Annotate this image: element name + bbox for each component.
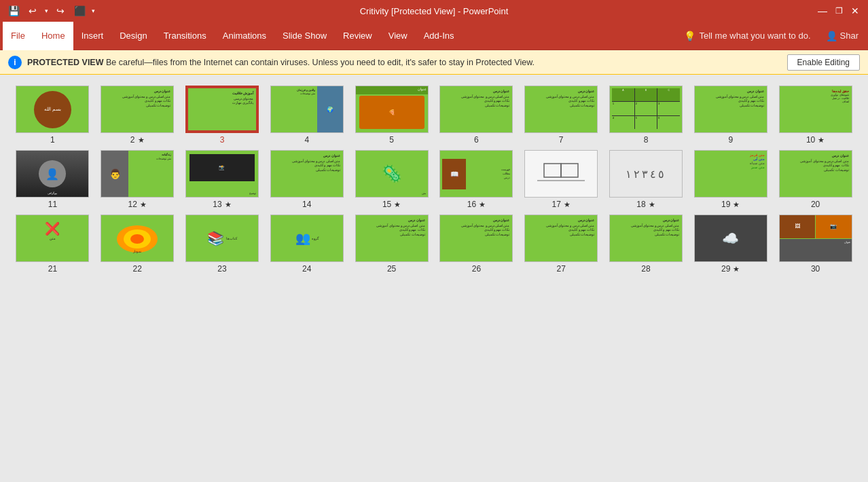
slide-label-29: 29★ xyxy=(721,264,740,274)
redo-button[interactable]: ↪ xyxy=(54,4,67,18)
slide-item-28[interactable]: عنوان درس متن اصلی درس و محتوای آموزشی ن… xyxy=(607,215,685,274)
save-button[interactable]: 💾 xyxy=(7,4,20,18)
slide-number-20: 20 xyxy=(811,200,820,209)
slide-number-11: 11 xyxy=(48,200,57,209)
tell-me-input[interactable]: 💡 Tell me what you want to do. xyxy=(676,31,819,41)
present-button[interactable]: ⬛ xyxy=(73,4,86,18)
slide-item-2[interactable]: عنوان درس متن اصلی درس و محتوای آموزشی ن… xyxy=(98,86,177,145)
slide-item-5[interactable]: عنوان 🍕 5 xyxy=(352,86,431,145)
tab-design[interactable]: Design xyxy=(111,22,155,50)
slide-item-4[interactable]: والدین و فرزندان متن توضیحات 🌍 4 xyxy=(268,86,346,145)
slide-thumbnail-14: عنوان درس متن اصلی درس و محتوای آموزشی ن… xyxy=(270,150,344,198)
slide-label-20: 20 xyxy=(811,200,820,209)
slide-item-8[interactable]: A B C 123 456 8 xyxy=(607,86,685,145)
slide-star-18: ★ xyxy=(649,200,655,209)
slide-thumbnail-4: والدین و فرزندان متن توضیحات 🌍 xyxy=(270,86,344,133)
minimize-button[interactable]: — xyxy=(816,5,829,17)
slide-number-19: 19 xyxy=(721,200,730,209)
slide-item-1[interactable]: بسم الله 1 xyxy=(14,86,92,145)
share-button[interactable]: 👤 Shar xyxy=(819,31,865,41)
slide-item-6[interactable]: عنوان درس متن اصلی درس و محتوای آموزشی ن… xyxy=(437,86,516,145)
slide-star-13: ★ xyxy=(225,200,232,209)
tab-transitions[interactable]: Transitions xyxy=(156,22,215,50)
slide-item-18[interactable]: ١٢٣٤٥ 18★ xyxy=(607,150,685,209)
slide-item-21[interactable]: ❌ متن 21 xyxy=(14,215,92,274)
slide-star-15: ★ xyxy=(394,200,401,209)
tab-file[interactable]: File xyxy=(3,22,33,50)
slide-thumbnail-11: 👤 بیوگرافی xyxy=(16,150,89,198)
tab-review[interactable]: Review xyxy=(335,22,380,50)
slide-number-29: 29 xyxy=(721,264,730,274)
slide-number-28: 28 xyxy=(641,264,650,274)
slide-item-26[interactable]: عنوان درس متن اصلی درس و محتوای آموزشی ن… xyxy=(437,215,516,274)
slide-item-15[interactable]: 🦠 متن 15★ xyxy=(352,150,431,209)
restore-button[interactable]: ❐ xyxy=(833,5,845,17)
slide-item-13[interactable]: 📸 توضیح 13★ xyxy=(183,150,261,209)
slide-label-24: 24 xyxy=(302,264,311,274)
slide-label-17: 17★ xyxy=(552,200,571,209)
close-button[interactable]: ✕ xyxy=(849,5,861,17)
slide-item-14[interactable]: عنوان درس متن اصلی درس و محتوای آموزشی ن… xyxy=(268,150,346,209)
slide-number-10: 10 xyxy=(806,135,815,145)
slide-thumbnail-15: 🦠 متن xyxy=(355,150,429,198)
slide-thumbnail-6: عنوان درس متن اصلی درس و محتوای آموزشی ن… xyxy=(439,86,513,133)
slide-thumbnail-24: 👥 گروه xyxy=(270,215,344,262)
slide-item-23[interactable]: 📚 کتاب‌ها 23 xyxy=(183,215,261,274)
slide-label-15: 15★ xyxy=(382,200,401,209)
tab-view[interactable]: View xyxy=(380,22,416,50)
slide-number-6: 6 xyxy=(474,135,479,145)
slide-item-19[interactable]: متن قرمز متن آبی متن سیاه متن سبز 19★ xyxy=(691,150,770,209)
tab-insert[interactable]: Insert xyxy=(73,22,112,50)
slide-thumbnail-27: عنوان درس متن اصلی درس و محتوای آموزشی ن… xyxy=(524,215,598,262)
slide-number-25: 25 xyxy=(387,264,396,274)
svg-point-5 xyxy=(130,234,144,244)
slide-label-27: 27 xyxy=(557,264,566,274)
protected-view-bar: i PROTECTED VIEW Be careful—files from t… xyxy=(0,50,868,75)
tab-addins[interactable]: Add-Ins xyxy=(416,22,463,50)
slide-item-29[interactable]: ☁️ 29★ xyxy=(691,215,770,274)
slide-item-9[interactable]: عنوان درس متن اصلی درس و محتوای آموزشی ن… xyxy=(691,86,770,145)
slide-star-29: ★ xyxy=(733,265,740,274)
slide-item-12[interactable]: 👨 زندگینامه متن توضیحات 12★ xyxy=(98,150,177,209)
slide-item-20[interactable]: عنوان درس متن اصلی درس و محتوای آموزشی ن… xyxy=(776,150,854,209)
slide-number-8: 8 xyxy=(644,135,649,145)
tab-home[interactable]: Home xyxy=(33,22,73,50)
protected-text: PROTECTED VIEW Be careful—files from the… xyxy=(27,58,782,67)
slide-item-10[interactable]: حقق ایده‌ها شیوه‌های نوآوری خلاقیت در عم… xyxy=(776,86,854,145)
slide-label-8: 8 xyxy=(644,135,649,145)
slide-label-14: 14 xyxy=(302,200,311,209)
slide-item-11[interactable]: 👤 بیوگرافی 11 xyxy=(14,150,92,209)
slide-item-16[interactable]: 📖 فهرستمطالبدرس 16★ xyxy=(437,150,516,209)
slide-label-13: 13★ xyxy=(213,200,231,209)
slide-item-22[interactable]: نمودار 22 xyxy=(98,215,177,274)
slide-item-27[interactable]: عنوان درس متن اصلی درس و محتوای آموزشی ن… xyxy=(522,215,600,274)
slide-thumbnail-5: عنوان 🍕 xyxy=(355,86,429,133)
present-dropdown[interactable]: ▾ xyxy=(92,7,95,14)
info-icon: i xyxy=(8,56,22,69)
slide-item-24[interactable]: 👥 گروه 24 xyxy=(268,215,346,274)
slide-item-30[interactable]: 🖼 📷 عنوان 30 xyxy=(776,215,854,274)
tab-slideshow[interactable]: Slide Show xyxy=(274,22,335,50)
slide-thumbnail-16: 📖 فهرستمطالبدرس xyxy=(439,150,513,198)
undo-dropdown[interactable]: ▾ xyxy=(45,7,48,14)
slide-label-25: 25 xyxy=(387,264,396,274)
slide-item-7[interactable]: عنوان درس متن اصلی درس و محتوای آموزشی ن… xyxy=(522,86,600,145)
slide-number-17: 17 xyxy=(552,200,561,209)
window-title: Critivity [Protected View] - PowerPoint xyxy=(360,6,509,16)
slide-label-4: 4 xyxy=(304,135,309,145)
slide-label-6: 6 xyxy=(474,135,479,145)
tab-animations[interactable]: Animations xyxy=(215,22,274,50)
slide-number-30: 30 xyxy=(811,264,820,274)
slide-item-17[interactable]: 17★ xyxy=(522,150,600,209)
slide-number-9: 9 xyxy=(728,135,733,145)
slide-item-25[interactable]: عنوان درس متن اصلی درس و محتوای آموزشی ن… xyxy=(352,215,431,274)
slide-number-21: 21 xyxy=(48,264,57,274)
window-controls: — ❐ ✕ xyxy=(816,5,861,17)
slide-thumbnail-26: عنوان درس متن اصلی درس و محتوای آموزشی ن… xyxy=(439,215,513,262)
slide-label-16: 16★ xyxy=(467,200,486,209)
enable-editing-button[interactable]: Enable Editing xyxy=(787,54,860,71)
undo-button[interactable]: ↩ xyxy=(26,4,39,18)
slide-item-3[interactable]: آموزش خلاقیت محتوای درسی یادگیری مهارت 3 xyxy=(183,86,261,145)
slide-number-27: 27 xyxy=(557,264,566,274)
slide-thumbnail-23: 📚 کتاب‌ها xyxy=(185,215,259,262)
